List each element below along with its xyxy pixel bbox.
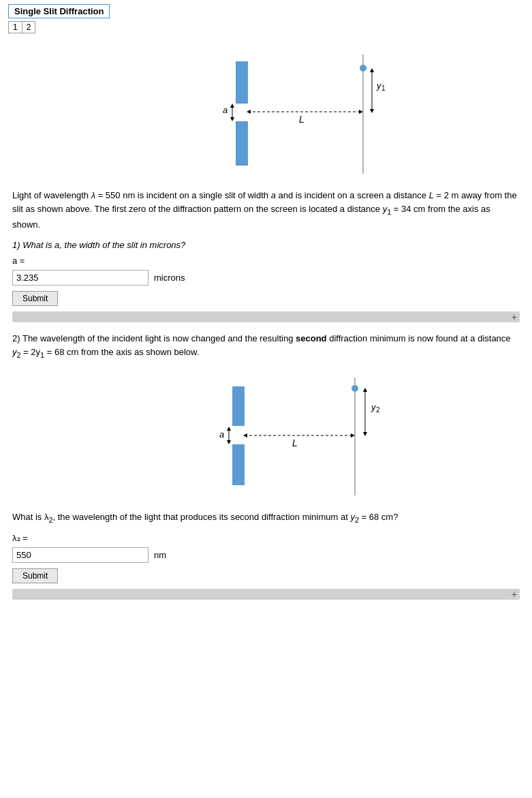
label-a-d1: a — [223, 105, 228, 115]
diagram2-container: a L y 2 — [12, 367, 520, 504]
progress1-plus[interactable]: + — [512, 311, 517, 322]
slit2-upper — [232, 386, 245, 426]
answer1-var-line: a = — [12, 256, 520, 266]
y2-dot — [351, 385, 358, 392]
tab-2[interactable]: 2 — [22, 21, 36, 33]
question2-body-text: What is λ2, the wavelength of the light … — [12, 510, 520, 525]
question1-label-text: 1) What is a, the width of the slit in m… — [12, 240, 185, 250]
problem1-text: Light of wavelength λ = 550 nm is incide… — [12, 189, 520, 232]
question1-label: 1) What is a, the width of the slit in m… — [12, 240, 520, 250]
title-bar: Single Slit Diffraction — [8, 4, 110, 18]
progress1-bar: + — [12, 311, 520, 322]
label-a-d2: a — [219, 429, 224, 440]
answer2-input[interactable] — [12, 547, 148, 563]
input2-row: nm — [12, 547, 520, 563]
diagram1-svg: a L — [130, 48, 403, 181]
a2-arrow-bot — [227, 440, 231, 444]
page-title: Single Slit Diffraction — [14, 6, 104, 16]
label-L-d2: L — [292, 438, 298, 448]
unit2-label: nm — [154, 550, 166, 560]
question2-intro-text: 2) The wavelength of the incident light … — [12, 332, 520, 361]
submit2-button[interactable]: Submit — [12, 568, 58, 583]
input1-row: microns — [12, 270, 520, 286]
page-container: Single Slit Diffraction 1 2 a — [0, 0, 532, 798]
label-y2-sub: 2 — [376, 406, 380, 414]
y2-arrow-bot — [363, 432, 367, 436]
unit1-label: microns — [154, 273, 185, 283]
progress2-plus[interactable]: + — [512, 589, 517, 600]
main-content: a L — [0, 33, 532, 615]
L-arrow-left — [247, 110, 251, 114]
a2-arrow-top — [227, 427, 231, 431]
tab-1[interactable]: 1 — [8, 21, 22, 33]
y1-dot — [360, 65, 366, 72]
progress2-row: + — [12, 589, 520, 600]
y1-arrow-top — [370, 68, 374, 72]
a-arrow-top — [230, 104, 234, 108]
tab-bar: 1 2 — [8, 21, 524, 33]
submit1-button[interactable]: Submit — [12, 291, 58, 306]
answer1-var: a = — [12, 256, 25, 266]
progress1-row: + — [12, 311, 520, 322]
y1-arrow-bot — [370, 109, 374, 113]
answer1-input[interactable] — [12, 270, 148, 286]
L2-arrow-right — [351, 433, 355, 438]
answer2-var-line: λ₂ = — [12, 533, 520, 543]
diagram1-container: a L — [12, 46, 520, 182]
L2-arrow-left — [243, 433, 247, 438]
slit-upper — [236, 61, 248, 104]
y2-arrow-top — [363, 388, 367, 392]
answer2-var: λ₂ = — [12, 533, 28, 543]
diagram2-svg: a L y 2 — [137, 369, 396, 502]
L-arrow-right — [359, 110, 363, 114]
slit2-lower — [232, 444, 245, 485]
label-L-d1: L — [299, 114, 304, 125]
a-arrow-bot — [230, 117, 234, 121]
label-y1-sub: 1 — [381, 85, 386, 92]
slit-lower — [236, 121, 248, 166]
progress2-bar: + — [12, 589, 520, 600]
